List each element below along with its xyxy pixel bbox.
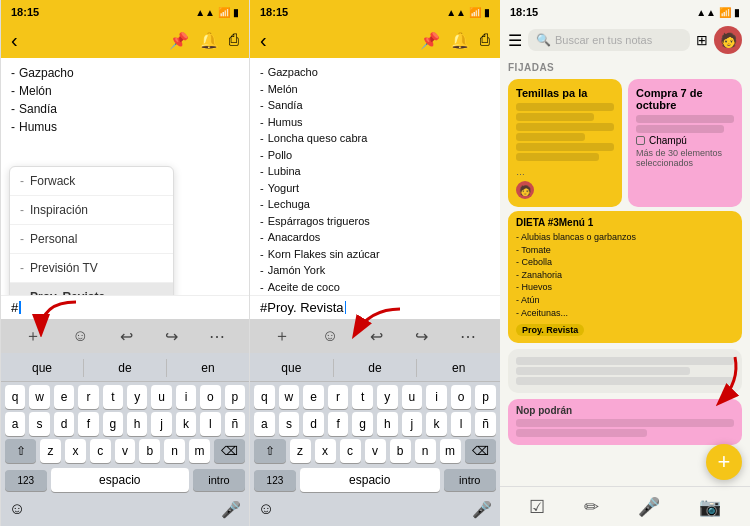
- suggestion-de-2[interactable]: de: [333, 359, 418, 377]
- key-o[interactable]: o: [200, 385, 220, 409]
- grid-icon[interactable]: ⊞: [696, 32, 708, 48]
- key-u[interactable]: u: [151, 385, 171, 409]
- suggestion-que[interactable]: que: [1, 359, 83, 377]
- key-x2[interactable]: x: [315, 439, 336, 463]
- key-t[interactable]: t: [103, 385, 123, 409]
- bell-icon-1[interactable]: 🔔: [199, 31, 219, 50]
- search-input[interactable]: 🔍 Buscar en tus notas: [528, 29, 690, 51]
- key-w[interactable]: w: [29, 385, 49, 409]
- blurred-note[interactable]: [508, 349, 742, 393]
- add-icon-2[interactable]: ＋: [274, 326, 290, 347]
- key-space[interactable]: espacio: [51, 468, 190, 492]
- key-u2[interactable]: u: [402, 385, 423, 409]
- back-button-1[interactable]: ‹: [11, 29, 18, 52]
- key-o2[interactable]: o: [451, 385, 472, 409]
- key-v2[interactable]: v: [365, 439, 386, 463]
- key-ñ[interactable]: ñ: [225, 412, 245, 436]
- suggestion-en-2[interactable]: en: [417, 359, 500, 377]
- redo-icon-2[interactable]: ↪: [415, 327, 428, 346]
- key-g[interactable]: g: [103, 412, 123, 436]
- bell-icon-2[interactable]: 🔔: [450, 31, 470, 50]
- share-icon-2[interactable]: ⎙: [480, 31, 490, 49]
- key-i2[interactable]: i: [426, 385, 447, 409]
- key-q[interactable]: q: [5, 385, 25, 409]
- key-h2[interactable]: h: [377, 412, 398, 436]
- checkbox[interactable]: [636, 136, 645, 145]
- suggestion-de[interactable]: de: [83, 359, 167, 377]
- key-r2[interactable]: r: [328, 385, 349, 409]
- key-s2[interactable]: s: [279, 412, 300, 436]
- autocomplete-item-personal[interactable]: -Personal: [10, 225, 173, 254]
- pinned-card-compra[interactable]: Compra 7 de octubre Champú Más de 30 ele…: [628, 79, 742, 207]
- emoji-button-2[interactable]: ☺: [258, 500, 274, 518]
- autocomplete-dropdown[interactable]: -Forwack -Inspiración -Personal -Previsi…: [9, 166, 174, 295]
- key-space-2[interactable]: espacio: [300, 468, 440, 492]
- add-icon[interactable]: ＋: [25, 326, 41, 347]
- tag-badge[interactable]: Proy. Revista: [516, 324, 584, 336]
- more-icon-2[interactable]: ⋯: [460, 327, 476, 346]
- key-ñ2[interactable]: ñ: [475, 412, 496, 436]
- key-h[interactable]: h: [127, 412, 147, 436]
- key-b2[interactable]: b: [390, 439, 411, 463]
- key-g2[interactable]: g: [352, 412, 373, 436]
- checklist-icon[interactable]: ☑: [529, 496, 545, 518]
- key-x[interactable]: x: [65, 439, 86, 463]
- undo-icon-2[interactable]: ↩: [370, 327, 383, 346]
- suggestion-en[interactable]: en: [167, 359, 249, 377]
- undo-icon[interactable]: ↩: [120, 327, 133, 346]
- key-r[interactable]: r: [78, 385, 98, 409]
- key-s[interactable]: s: [29, 412, 49, 436]
- pinned-card-temillas[interactable]: Temillas pa la … 🧑: [508, 79, 622, 207]
- key-y[interactable]: y: [127, 385, 147, 409]
- avatar[interactable]: 🧑: [714, 26, 742, 54]
- key-m[interactable]: m: [189, 439, 210, 463]
- key-j2[interactable]: j: [402, 412, 423, 436]
- key-shift2[interactable]: ⇧: [254, 439, 286, 463]
- key-p2[interactable]: p: [475, 385, 496, 409]
- key-m2[interactable]: m: [440, 439, 461, 463]
- key-backspace2[interactable]: ⌫: [465, 439, 497, 463]
- key-w2[interactable]: w: [279, 385, 300, 409]
- key-c[interactable]: c: [90, 439, 111, 463]
- key-e[interactable]: e: [54, 385, 74, 409]
- pin-icon-2[interactable]: 📌: [420, 31, 440, 50]
- key-q2[interactable]: q: [254, 385, 275, 409]
- key-123b[interactable]: 123: [254, 470, 296, 491]
- autocomplete-item-inspiracion[interactable]: -Inspiración: [10, 196, 173, 225]
- key-i[interactable]: i: [176, 385, 196, 409]
- key-intro-2[interactable]: intro: [444, 469, 496, 491]
- key-j[interactable]: j: [151, 412, 171, 436]
- emoji-icon-2[interactable]: ☺: [322, 327, 338, 345]
- key-p[interactable]: p: [225, 385, 245, 409]
- key-d[interactable]: d: [54, 412, 74, 436]
- key-f[interactable]: f: [78, 412, 98, 436]
- key-shift[interactable]: ⇧: [5, 439, 36, 463]
- emoji-icon[interactable]: ☺: [72, 327, 88, 345]
- key-backspace[interactable]: ⌫: [214, 439, 245, 463]
- key-e2[interactable]: e: [303, 385, 324, 409]
- key-b[interactable]: b: [139, 439, 160, 463]
- share-icon-1[interactable]: ⎙: [229, 31, 239, 49]
- key-n[interactable]: n: [164, 439, 185, 463]
- microphone-icon[interactable]: 🎤: [638, 496, 660, 518]
- mic-button-2[interactable]: 🎤: [472, 500, 492, 519]
- key-k[interactable]: k: [176, 412, 196, 436]
- back-button-2[interactable]: ‹: [260, 29, 267, 52]
- key-f2[interactable]: f: [328, 412, 349, 436]
- key-z2[interactable]: z: [290, 439, 311, 463]
- camera-icon[interactable]: 📷: [699, 496, 721, 518]
- dieta-card[interactable]: DIETA #3Menú 1 - Alubias blancas o garba…: [508, 211, 742, 343]
- emoji-button[interactable]: ☺: [9, 500, 25, 518]
- key-123[interactable]: 123: [5, 470, 47, 491]
- key-v[interactable]: v: [115, 439, 136, 463]
- key-z[interactable]: z: [40, 439, 61, 463]
- autocomplete-item-proyrevista[interactable]: -Proy. Revista: [10, 283, 173, 295]
- autocomplete-item-forwack[interactable]: -Forwack: [10, 167, 173, 196]
- autocomplete-item-previsiontv[interactable]: -Previsión TV: [10, 254, 173, 283]
- key-intro[interactable]: intro: [193, 469, 245, 491]
- redo-icon[interactable]: ↪: [165, 327, 178, 346]
- key-y2[interactable]: y: [377, 385, 398, 409]
- key-l[interactable]: l: [200, 412, 220, 436]
- pin-icon-1[interactable]: 📌: [169, 31, 189, 50]
- mic-button[interactable]: 🎤: [221, 500, 241, 519]
